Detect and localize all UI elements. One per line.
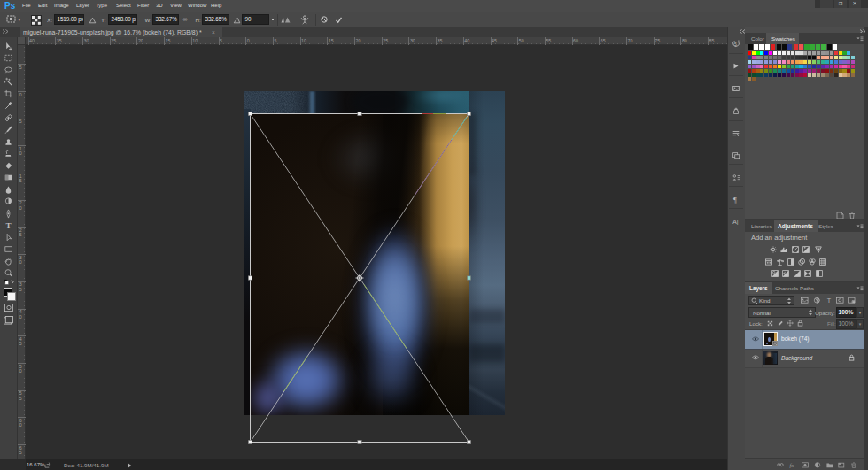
svg-text:T: T <box>827 297 832 304</box>
svg-text:fx: fx <box>789 462 794 468</box>
svg-text:A|: A| <box>732 218 738 225</box>
svg-text:T: T <box>5 221 11 230</box>
svg-text:¶: ¶ <box>733 196 737 204</box>
svg-text:5: 5 <box>734 42 737 47</box>
